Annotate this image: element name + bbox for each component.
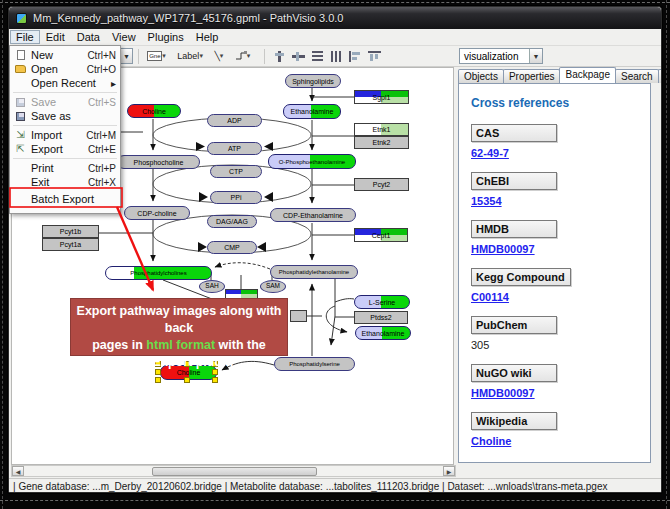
- align-top-icon: [368, 51, 381, 62]
- selection-handle[interactable]: [155, 377, 161, 383]
- chevron-down-icon[interactable]: ▾: [247, 52, 256, 60]
- menu-item-open-recent[interactable]: Open Recent ▸: [10, 76, 120, 90]
- xref-header-kegg: Kegg Compound: [471, 268, 571, 286]
- scrollbar-thumb[interactable]: [152, 467, 317, 476]
- node-atp[interactable]: ATP: [207, 142, 262, 155]
- selection-handle[interactable]: [212, 377, 218, 383]
- align-center-button[interactable]: [270, 48, 289, 65]
- tab-objects[interactable]: Objects: [458, 69, 504, 83]
- node-dag-aag[interactable]: DAG/AAG: [207, 215, 257, 228]
- window-title: Mm_Kennedy_pathway_WP1771_45176.gpml - P…: [33, 12, 343, 24]
- menu-view[interactable]: View: [106, 30, 142, 44]
- add-datanode-button[interactable]: Gne ▾: [144, 48, 174, 65]
- line-tool-button[interactable]: ╲ ▾: [211, 48, 231, 65]
- node-cmp[interactable]: CMP: [207, 241, 257, 254]
- xref-link[interactable]: 15354: [471, 195, 502, 207]
- node-pcyt1b[interactable]: Pcyt1b: [42, 225, 99, 238]
- node-etnk2[interactable]: Etnk2: [354, 136, 409, 149]
- menu-item-batch-export[interactable]: Batch Export: [10, 192, 120, 206]
- align-center-icon: [273, 51, 286, 62]
- chevron-down-icon[interactable]: ▾: [162, 52, 171, 60]
- xref-header-wikipedia: Wikipedia: [471, 412, 557, 430]
- node-l-serine[interactable]: L-Serine: [354, 295, 410, 309]
- stack-horizontal-button[interactable]: [327, 48, 346, 65]
- xref-link[interactable]: HMDB00097: [471, 243, 535, 255]
- scroll-left-icon[interactable]: ◀: [12, 466, 24, 476]
- node-o-phosphoethanolamine[interactable]: O-Phosphoethanolamine: [268, 154, 356, 169]
- visualization-combo[interactable]: visualization ▼: [459, 48, 543, 64]
- menu-item-print[interactable]: Print Ctrl+P: [10, 161, 120, 175]
- expression-data-heading: Expression data: [471, 460, 640, 463]
- menu-plugins[interactable]: Plugins: [142, 30, 190, 44]
- xref-header-chebi: ChEBI: [471, 172, 557, 190]
- menu-item-save[interactable]: Save Ctrl+S: [10, 95, 120, 109]
- connector-tool-button[interactable]: ▾: [232, 48, 259, 65]
- node-phosphatidylcholines[interactable]: Phosphatidylcholines: [105, 266, 212, 280]
- connector-tool-icon: [235, 51, 247, 61]
- chevron-down-icon[interactable]: ▾: [220, 52, 229, 60]
- node-sam[interactable]: SAM: [260, 280, 286, 293]
- node-ppi[interactable]: PPi: [210, 191, 262, 204]
- status-bar: | Gene database: ...m_Derby_20120602.bri…: [9, 478, 661, 493]
- align-middle-button[interactable]: [289, 48, 308, 65]
- selection-handle[interactable]: [184, 377, 190, 383]
- chevron-down-icon[interactable]: ▾: [199, 52, 208, 60]
- node-sphingolipids[interactable]: Sphingolipids: [285, 74, 341, 88]
- menu-item-export[interactable]: ⇱ Export Ctrl+E: [10, 142, 120, 156]
- chevron-down-icon[interactable]: ▼: [119, 49, 132, 63]
- menu-item-import[interactable]: ⇲ Import Ctrl+M: [10, 128, 120, 142]
- node-ethanolamine-lower[interactable]: Ethanolamine: [355, 326, 411, 340]
- node-adp[interactable]: ADP: [207, 114, 262, 127]
- menu-item-open[interactable]: Open Ctrl+O: [10, 62, 120, 76]
- datanode-icon: Gne: [147, 51, 162, 61]
- xref-link[interactable]: Choline: [471, 435, 511, 447]
- xref-value-pubchem: 305: [471, 339, 640, 351]
- tab-search[interactable]: Search: [615, 69, 659, 83]
- annotation-line3: HtmlExport plugin: [71, 354, 287, 371]
- node-pcyt1a[interactable]: Pcyt1a: [42, 238, 99, 251]
- side-panel-tabs: Objects Properties Backpage Search Legen…: [456, 67, 653, 83]
- submenu-arrow-icon: ▸: [111, 78, 116, 89]
- menu-data[interactable]: Data: [71, 30, 106, 44]
- tab-backpage[interactable]: Backpage: [559, 67, 615, 83]
- node-phosphocholine[interactable]: Phosphocholine: [117, 155, 200, 169]
- export-icon: ⇱: [13, 143, 28, 155]
- node-ethanolamine-top[interactable]: Ethanolamine: [283, 104, 341, 119]
- node-choline-top[interactable]: Choline: [127, 104, 181, 118]
- align-left-button[interactable]: [346, 48, 365, 65]
- xref-value-cas: 62-49-7: [471, 147, 640, 159]
- xref-link[interactable]: C00114: [471, 291, 509, 303]
- menu-separator: [13, 125, 117, 126]
- backpage-content: Cross references CAS 62-49-7 ChEBI 15354…: [458, 83, 651, 463]
- node-sgpl1[interactable]: Sgpl1: [354, 90, 409, 104]
- align-top-button[interactable]: [365, 48, 384, 65]
- menu-file[interactable]: File: [10, 30, 40, 44]
- menu-edit[interactable]: Edit: [40, 30, 71, 44]
- menu-item-save-as[interactable]: Save as: [10, 109, 120, 123]
- node-etnk1[interactable]: Etnk1: [354, 123, 409, 136]
- node-ptdss2[interactable]: Ptdss2: [354, 311, 408, 324]
- align-middle-icon: [292, 51, 305, 62]
- node-ctp[interactable]: CTP: [210, 165, 262, 178]
- node-phosphatidylethanolamine[interactable]: Phosphatidylethanolamine: [270, 265, 358, 279]
- xref-link[interactable]: HMDB00097: [471, 387, 535, 399]
- tab-properties[interactable]: Properties: [503, 69, 561, 83]
- node-cdp-choline[interactable]: CDP-choline: [124, 206, 190, 220]
- toolbar-separator: [264, 49, 265, 64]
- tab-legend[interactable]: Legend: [658, 69, 662, 83]
- node-cdp-ethanolamine[interactable]: CDP-Ethanolamine: [270, 208, 356, 222]
- xref-link[interactable]: 62-49-7: [471, 147, 509, 159]
- menu-help[interactable]: Help: [190, 30, 225, 44]
- chevron-down-icon[interactable]: ▼: [529, 49, 542, 63]
- horizontal-scrollbar[interactable]: ◀ ▶: [11, 465, 456, 477]
- gene-box-small[interactable]: [290, 310, 307, 322]
- add-label-button[interactable]: Label ▾: [174, 48, 211, 65]
- menu-item-exit[interactable]: Exit Ctrl+X: [10, 175, 120, 189]
- menu-item-new[interactable]: New Ctrl+N: [10, 48, 120, 62]
- node-cept1[interactable]: Cept1: [354, 228, 408, 242]
- scroll-right-icon[interactable]: ▶: [443, 466, 455, 476]
- stack-vertical-button[interactable]: [308, 48, 327, 65]
- open-folder-icon: [13, 63, 28, 75]
- node-sah[interactable]: SAH: [199, 280, 225, 293]
- node-pcyt2[interactable]: Pcyt2: [354, 178, 409, 191]
